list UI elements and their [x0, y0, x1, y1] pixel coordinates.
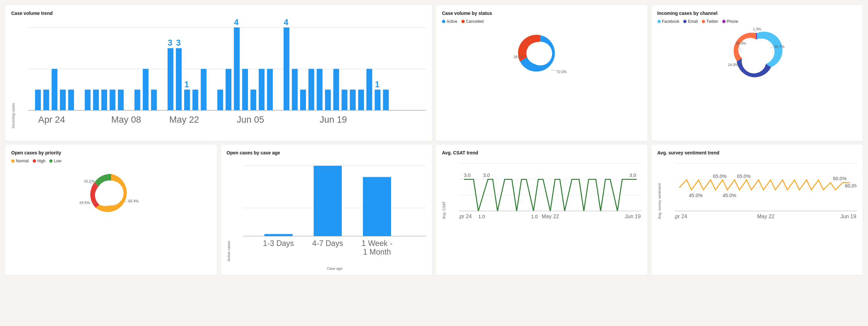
svg-text:24.5%: 24.5% — [79, 201, 90, 205]
legend-phone: Phone — [722, 19, 738, 24]
svg-text:May 22: May 22 — [757, 214, 774, 219]
svg-text:4: 4 — [234, 19, 239, 27]
svg-text:Jun 19: Jun 19 — [840, 214, 856, 219]
svg-rect-26 — [200, 69, 207, 110]
case-volume-by-status-legend: Active Cancelled — [442, 19, 642, 24]
case-volume-donut-chart: 28.0% 72.0% — [512, 27, 571, 80]
legend-cancelled: Cancelled — [461, 19, 484, 24]
svg-text:4-7 Days: 4-7 Days — [312, 239, 343, 248]
svg-text:36.0%: 36.0% — [736, 41, 746, 45]
legend-twitter: Twitter — [702, 19, 718, 24]
svg-rect-21 — [176, 48, 182, 111]
svg-rect-12 — [93, 90, 99, 111]
svg-point-61 — [745, 39, 769, 63]
svg-text:1-3 Days: 1-3 Days — [263, 239, 294, 248]
legend-cancelled-dot — [461, 20, 465, 23]
svg-rect-34 — [267, 69, 273, 110]
svg-text:1.3%: 1.3% — [753, 27, 761, 31]
svg-rect-35 — [284, 27, 289, 111]
avg-csat-trend-title: Avg. CSAT trend — [442, 150, 642, 155]
svg-text:24.0%: 24.0% — [728, 63, 738, 67]
svg-text:15.1%: 15.1% — [84, 179, 94, 183]
svg-text:1 Month: 1 Month — [363, 247, 391, 256]
avg-survey-sentiment-title: Avg. survey sentiment trend — [657, 150, 857, 155]
y-axis-label-trend: Incoming cases — [11, 103, 15, 128]
svg-rect-41 — [325, 90, 331, 111]
case-volume-by-status-card: Case volume by status Active Cancelled — [436, 5, 648, 141]
svg-text:3: 3 — [176, 38, 181, 47]
svg-rect-19 — [167, 48, 174, 111]
incoming-channel-donut-chart: 38.7% 24.0% 36.0% 1.3% — [724, 26, 790, 79]
case-volume-trend-chart: 4 2 0 — [28, 19, 426, 135]
incoming-by-channel-card: Incoming cases by channel Facebook Email… — [651, 5, 863, 141]
open-by-priority-title: Open cases by priority — [11, 150, 211, 155]
svg-rect-42 — [333, 69, 339, 110]
svg-text:60.4%: 60.4% — [128, 199, 138, 203]
case-age-bar-chart: 20 0 1-3 Days 4-7 Days 1 Week - 1 Month — [243, 159, 426, 264]
legend-low: Low — [49, 159, 61, 163]
svg-text:Apr 24: Apr 24 — [38, 114, 65, 125]
survey-y-label: Avg. survey sentiment — [657, 183, 661, 219]
svg-text:Jun 19: Jun 19 — [625, 214, 641, 219]
svg-text:60.0%: 60.0% — [833, 176, 846, 181]
survey-sentiment-chart: 100% 50% 0% 65.0% 65.0% 45.0% 45.0% 60.0… — [675, 159, 857, 226]
svg-rect-16 — [134, 90, 141, 111]
legend-active-label: Active — [446, 19, 458, 24]
svg-text:Jun 19: Jun 19 — [320, 114, 347, 125]
svg-text:60.0%: 60.0% — [845, 183, 857, 188]
legend-email-label: Email — [688, 19, 698, 24]
svg-rect-37 — [292, 69, 298, 110]
legend-normal-label: Normal — [16, 159, 29, 163]
open-by-priority-legend: Normal High Low — [11, 159, 211, 163]
open-priority-donut-container: 60.4% 24.5% 15.1% — [11, 166, 211, 220]
svg-rect-13 — [101, 90, 107, 111]
svg-rect-84 — [363, 177, 391, 236]
svg-rect-17 — [143, 69, 149, 110]
csat-y-label: Avg. CSAT — [442, 201, 446, 219]
svg-rect-82 — [264, 234, 292, 236]
svg-text:May 22: May 22 — [542, 214, 559, 219]
svg-rect-46 — [367, 69, 373, 110]
case-age-chart-wrapper: Active cases 20 0 1-3 Days — [227, 159, 426, 270]
legend-facebook-dot — [657, 20, 661, 23]
svg-rect-45 — [358, 90, 364, 111]
svg-text:3.0: 3.0 — [629, 173, 636, 178]
legend-active-dot — [442, 20, 445, 23]
svg-rect-39 — [308, 69, 314, 110]
incoming-channel-donut-container: 38.7% 24.0% 36.0% 1.3% — [657, 26, 857, 79]
case-volume-by-status-title: Case volume by status — [442, 10, 642, 16]
svg-text:1.0: 1.0 — [478, 214, 485, 219]
svg-text:May 22: May 22 — [169, 114, 199, 125]
case-age-y-label: Active cases — [227, 241, 231, 261]
open-by-case-age-title: Open cases by case age — [227, 150, 426, 155]
csat-chart-wrapper: Avg. CSAT 4 3 2 1 3.0 3.0 1.0 — [442, 159, 642, 227]
legend-low-label: Low — [54, 159, 61, 163]
legend-twitter-label: Twitter — [706, 19, 718, 24]
svg-text:3.0: 3.0 — [464, 173, 471, 178]
svg-rect-28 — [225, 69, 231, 110]
legend-high: High — [33, 159, 45, 163]
svg-rect-10 — [68, 90, 74, 111]
open-by-priority-card: Open cases by priority Normal High Low — [5, 145, 217, 275]
svg-rect-25 — [192, 90, 198, 111]
svg-rect-9 — [60, 90, 66, 111]
legend-twitter-dot — [702, 20, 705, 23]
legend-high-label: High — [37, 159, 45, 163]
svg-text:1.0: 1.0 — [531, 214, 538, 219]
svg-line-68 — [738, 45, 741, 52]
svg-text:45.0%: 45.0% — [722, 193, 736, 198]
legend-phone-label: Phone — [727, 19, 738, 24]
svg-rect-49 — [383, 90, 389, 111]
svg-rect-6 — [35, 90, 41, 111]
legend-normal: Normal — [11, 159, 29, 163]
svg-text:Jun 05: Jun 05 — [237, 114, 264, 125]
svg-rect-15 — [118, 90, 124, 111]
svg-text:45.0%: 45.0% — [689, 193, 703, 198]
svg-rect-18 — [151, 90, 157, 111]
svg-text:Apr 24: Apr 24 — [459, 214, 472, 219]
svg-text:1: 1 — [184, 80, 189, 89]
svg-rect-38 — [300, 90, 306, 111]
svg-rect-23 — [184, 90, 190, 111]
svg-text:65.0%: 65.0% — [713, 174, 726, 179]
svg-text:3.0: 3.0 — [483, 173, 490, 178]
